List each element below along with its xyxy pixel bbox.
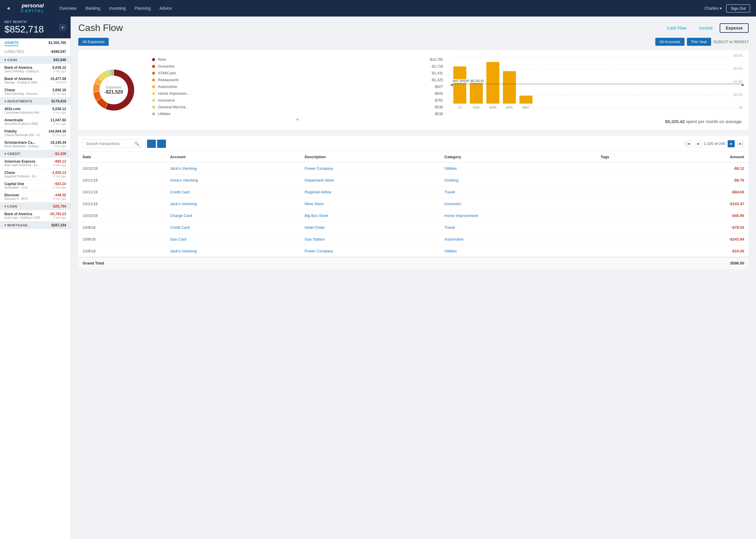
account-item[interactable]: 401k.com Carmichael Industries Reti... 5… [0, 105, 71, 116]
tab-cashflow[interactable]: Cash Flow [661, 23, 692, 33]
tx-account[interactable]: Jack's checking [166, 198, 300, 210]
tx-account[interactable]: Jack's checking [166, 162, 300, 175]
account-item[interactable]: Scholarshare Ca... Devin Bartowski - End… [0, 139, 71, 150]
tx-amount: -$243.94 [661, 233, 749, 245]
list-view-button[interactable] [147, 140, 156, 148]
section-credit[interactable]: ▾ CREDIT -$4,209 [0, 150, 71, 158]
account-item[interactable]: Fidelity Charles Bartowski IRA - 12... 1… [0, 127, 71, 139]
legend-dot [152, 79, 155, 81]
tx-account[interactable]: Jack's checking [166, 245, 300, 258]
table-row[interactable]: 10/11/18 Jack's checking Wine Store Groc… [78, 198, 749, 210]
section-investments[interactable]: ▾ INVESTMENTS $179,918 [0, 97, 71, 105]
account-time: 4 min ago [52, 111, 66, 114]
tx-description[interactable]: Wine Store [300, 198, 440, 210]
tx-account[interactable]: Charge Card [166, 210, 300, 222]
tx-category[interactable]: Home Improvement [440, 210, 596, 222]
tx-account[interactable]: Gas Card [166, 233, 300, 245]
tx-description[interactable]: Power Company [300, 245, 440, 258]
first-page-button[interactable]: |◄ [685, 140, 692, 147]
account-name: Scholarshare Ca... [4, 140, 42, 145]
account-item[interactable]: American Express Blue Cash Preferred - E… [0, 158, 71, 169]
table-row[interactable]: 10/11/18 Anna's checking Deparment Store… [78, 175, 749, 186]
table-body: 10/12/18 Jack's checking Power Company U… [78, 162, 749, 257]
legend-item: Utilities -$530 [152, 111, 443, 117]
tx-category[interactable]: Travel [440, 186, 596, 198]
account-item[interactable]: Capital One Quicksilver - 1111 -923.10 3… [0, 180, 71, 191]
account-item[interactable]: Bank of America Savings - Ending in 0000… [0, 75, 71, 86]
nav-advice[interactable]: Advice [159, 5, 172, 12]
signout-button[interactable]: Sign Out [726, 4, 750, 12]
account-amount: -26,783.23 [49, 212, 66, 216]
tx-category[interactable]: Utilities [440, 245, 596, 258]
table-row[interactable]: 10/10/18 Charge Card Big Box Store Home … [78, 210, 749, 222]
bar [453, 66, 466, 104]
tx-category[interactable]: Clothing [440, 175, 596, 186]
tx-account[interactable]: Credit Card [166, 186, 300, 198]
tx-description[interactable]: Power Company [300, 162, 440, 175]
nav-user[interactable]: Charles ▾ [704, 6, 722, 11]
tx-date: 10/9/18 [78, 222, 166, 233]
nav-investing[interactable]: Investing [109, 5, 126, 12]
legend-amount: -$1,431 [431, 71, 443, 75]
all-expenses-button[interactable]: All Expenses [78, 38, 109, 46]
account-item[interactable]: Ameritrade Securities Ending in 0000 11,… [0, 116, 71, 127]
bar [520, 96, 533, 104]
filter-bar: All Expenses All Accounts This Year 01/0… [78, 38, 749, 46]
liabilities-label: LIABILITIES [4, 49, 24, 54]
table-row[interactable]: 10/12/18 Jack's checking Power Company U… [78, 162, 749, 175]
account-item[interactable]: Discover Discover It - 9876 -448.02 3 mi… [0, 191, 71, 202]
tx-tags [596, 175, 661, 186]
tx-account[interactable]: Credit Card [166, 222, 300, 233]
account-item[interactable]: Chase Sapphire Preferred - En... -1,935.… [0, 169, 71, 180]
table-row[interactable]: 10/11/18 Credit Card Regional Airline Tr… [78, 186, 749, 198]
account-item[interactable]: Chase Total Checking - Account... 3,692.… [0, 86, 71, 97]
last-page-button[interactable]: ►| [737, 140, 744, 147]
tx-description[interactable]: Deparment Store [300, 175, 440, 186]
section-loan[interactable]: ▾ LOAN -$26,784 [0, 202, 71, 210]
search-input[interactable] [83, 139, 142, 148]
next-page-button[interactable]: ► [728, 140, 735, 147]
account-item[interactable]: Bank of America Joint Checking - Ending … [0, 64, 71, 75]
section-mortgage[interactable]: ▾ MORTGAGE $287,334 [0, 221, 71, 229]
section-cash[interactable]: ▾ CASH $42,946 [0, 56, 71, 64]
tx-category[interactable]: Travel [440, 222, 596, 233]
collapse-btn[interactable]: ◄ [6, 6, 11, 11]
table-row[interactable]: 10/9/18 Jack's checking Power Company Ut… [78, 245, 749, 258]
tx-category[interactable]: Utilities [440, 162, 596, 175]
app-layout: NET WORTH $852,718 + ASSETS $1,350,765 L… [0, 17, 756, 539]
tx-date: 10/9/18 [78, 233, 166, 245]
tx-account[interactable]: Anna's checking [166, 175, 300, 186]
tx-description[interactable]: Big Box Store [300, 210, 440, 222]
nav-banking[interactable]: Banking [85, 5, 100, 12]
add-account-button[interactable]: + [59, 24, 66, 31]
account-time: 3 min ago [53, 164, 66, 167]
col-description: Description [300, 152, 440, 162]
tx-description[interactable]: Hotel Chain [300, 222, 440, 233]
tx-category[interactable]: Automotive [440, 233, 596, 245]
grid-view-button[interactable] [157, 140, 166, 148]
account-item[interactable]: Bank of America Auto Loan - Ending in 12… [0, 210, 71, 221]
account-amount: 144,694.30 [48, 129, 66, 133]
prev-page-button[interactable]: ◄ [694, 140, 701, 147]
tx-category[interactable]: Groceries [440, 198, 596, 210]
tx-description[interactable]: Gas Station [300, 233, 440, 245]
tx-description[interactable]: Regional Airline [300, 186, 440, 198]
nav-overview[interactable]: Overview [59, 5, 76, 12]
legend-down-button[interactable]: ▼ [295, 117, 300, 122]
account-time: 3 min ago [53, 186, 66, 189]
nav-planning[interactable]: Planning [135, 5, 151, 12]
chart-section: Expenses -$21,520 Rent -$10,700 Grocerie… [78, 50, 749, 130]
net-worth-value: $852,718 [4, 24, 44, 35]
table-row[interactable]: 10/9/18 Gas Card Gas Station Automotive … [78, 233, 749, 245]
legend-amount: -$1,718 [431, 64, 443, 68]
tab-expense[interactable]: Expense [720, 23, 749, 33]
account-name: Discover [4, 193, 28, 197]
table-row[interactable]: 10/9/18 Credit Card Hotel Chain Travel -… [78, 222, 749, 233]
col-amount: Amount [661, 152, 749, 162]
bar [470, 82, 483, 104]
tab-income[interactable]: Income [693, 23, 718, 33]
legend-dot [152, 58, 155, 61]
all-accounts-button[interactable]: All Accounts [655, 38, 685, 46]
account-name: Bank of America [4, 65, 42, 70]
this-year-button[interactable]: This Year [687, 38, 711, 46]
